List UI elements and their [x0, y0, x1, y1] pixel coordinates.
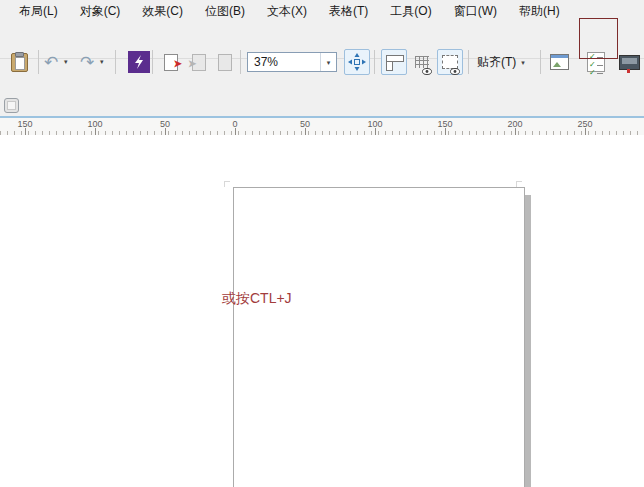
document-window-strip: [0, 100, 644, 117]
horizontal-ruler[interactable]: 15010050050100150200250: [0, 118, 644, 136]
menu-item-7[interactable]: 窗口(W): [443, 1, 508, 22]
ruler-major-tick: [95, 128, 96, 135]
ruler-major-tick: [165, 128, 166, 135]
menu-item-3[interactable]: 位图(B): [194, 1, 256, 22]
menu-item-1[interactable]: 对象(C): [69, 1, 132, 22]
ruler-major-tick: [305, 128, 306, 135]
page-rectangle[interactable]: [233, 187, 525, 487]
menu-item-6[interactable]: 工具(O): [379, 1, 442, 22]
ruler-major-tick: [25, 128, 26, 135]
menu-item-4[interactable]: 文本(X): [256, 1, 318, 22]
annotation-highlight-box: [579, 18, 618, 59]
instruction-text: 或按CTL+J: [222, 290, 292, 308]
document-icon: [4, 98, 19, 113]
ruler-major-tick: [515, 128, 516, 135]
ruler-major-tick: [375, 128, 376, 135]
corel-draw-window: 布局(L)对象(C)效果(C)位图(B)文本(X)表格(T)工具(O)窗口(W)…: [0, 0, 644, 487]
drawing-canvas[interactable]: 或按CTL+J: [0, 135, 644, 487]
menu-item-8[interactable]: 帮助(H): [508, 1, 571, 22]
menu-item-2[interactable]: 效果(C): [131, 1, 194, 22]
page-corner-mark: [224, 181, 230, 187]
page-shadow: [525, 195, 531, 487]
menu-bar: 布局(L)对象(C)效果(C)位图(B)文本(X)表格(T)工具(O)窗口(W)…: [0, 0, 644, 22]
ruler-major-tick: [585, 128, 586, 135]
property-bar: 210.0 mm ▾ ▴ 297.0 mm ▾ ▴: [0, 59, 644, 101]
menu-item-0[interactable]: 布局(L): [8, 1, 69, 22]
ruler-major-tick: [445, 128, 446, 135]
ruler-major-tick: [235, 128, 236, 135]
standard-toolbar: ↶ ▾ ↷ ▾ ➤ ➤ 37% ▾: [0, 22, 644, 59]
menu-item-5[interactable]: 表格(T): [318, 1, 379, 22]
